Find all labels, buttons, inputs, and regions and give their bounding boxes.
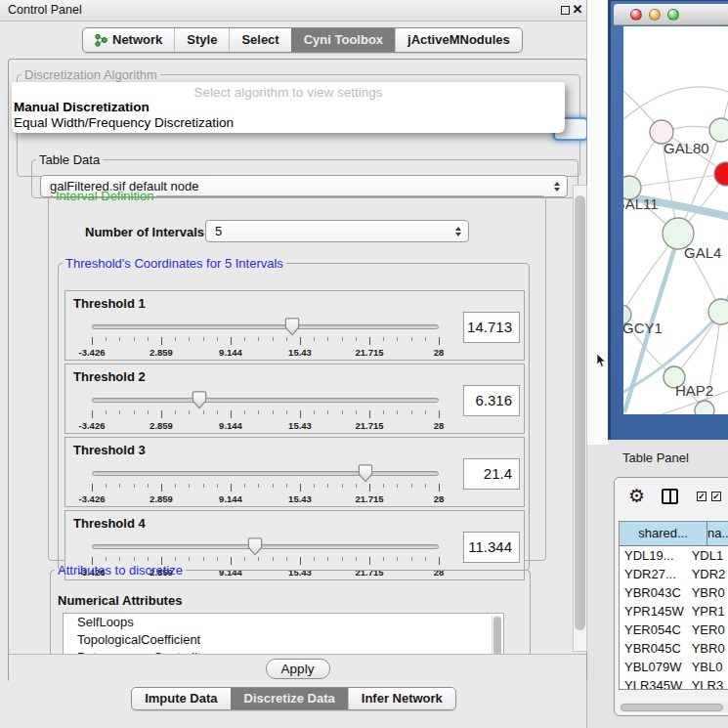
number-of-intervals-combobox[interactable]: 5 [205, 220, 469, 242]
thresholds-group-label: Threshold's Coordinates for 5 Intervals [63, 256, 286, 271]
list-scrollbar-thumb[interactable] [493, 617, 501, 654]
threshold-value-field[interactable]: 11.344 [463, 532, 520, 563]
bottom-tab[interactable]: Discretize Data [231, 688, 348, 709]
table-panel-title: Table Panel [622, 450, 689, 465]
top-tab[interactable]: Style [174, 28, 229, 52]
network-icon [95, 33, 107, 47]
close-traffic-light-icon[interactable] [630, 9, 642, 21]
tab-label: Infer Network [362, 691, 443, 706]
slider-handle-icon[interactable] [358, 464, 373, 483]
tab-label: Impute Data [145, 691, 217, 706]
table-row[interactable]: YDR27... YDR2 [620, 565, 728, 583]
table-data-group-label: Table Data [36, 152, 103, 167]
screen: Control Panel ✕ [0, 0, 728, 728]
table-row[interactable]: YPR145W YPR1 [620, 602, 728, 621]
table-header-row: shared...na... [620, 522, 728, 546]
table-row[interactable]: YBR043C YBR0 [620, 583, 728, 602]
tab-label: Network [112, 32, 162, 47]
close-icon[interactable]: ✕ [571, 2, 584, 17]
cell-shared-name[interactable]: YBR045C [620, 639, 688, 658]
cell-shared-name[interactable]: YBL079W [620, 658, 688, 676]
top-tab[interactable]: Select [229, 28, 290, 52]
bottom-tab[interactable]: Infer Network [348, 688, 455, 709]
network-node-h[interactable] [708, 299, 728, 324]
bottom-tab[interactable]: Impute Data [132, 688, 230, 709]
cell-shared-name[interactable]: YDR27... [620, 565, 688, 583]
apply-button[interactable]: Apply [266, 659, 330, 679]
cell-name[interactable]: YPR1 [688, 602, 728, 621]
attribute-list-item[interactable]: TopologicalCoefficient [64, 631, 503, 649]
interval-definition-group-label: Interval Definition [53, 189, 156, 203]
list-scrollbar[interactable] [492, 616, 501, 654]
cell-name[interactable]: YDL1 [688, 546, 728, 565]
column-header[interactable]: shared... [620, 522, 707, 546]
threshold-panel: Threshold 3 [64, 437, 525, 507]
threshold-value-field[interactable]: 6.316 [463, 385, 520, 416]
checkbox-icon[interactable]: ✓ [711, 492, 721, 501]
attribute-list-item[interactable]: SelfLoops [64, 614, 503, 631]
float-window-icon[interactable] [561, 6, 570, 15]
network-node-top-right[interactable] [709, 118, 728, 142]
cell-name[interactable]: YER0 [688, 621, 728, 639]
settings-scroll-area: Interval Definition Number of Intervals … [17, 182, 571, 654]
slider-track[interactable] [92, 398, 439, 403]
zoom-traffic-light-icon[interactable] [667, 9, 679, 21]
slider-track[interactable] [92, 471, 439, 476]
threshold-panel: Threshold 2 [64, 364, 525, 434]
network-node-red[interactable] [714, 162, 728, 186]
scrollbar-thumb[interactable] [621, 704, 723, 711]
threshold-slider[interactable]: -3.4262.8599.14415.4321.71528 [92, 467, 439, 504]
cell-shared-name[interactable]: YPR145W [620, 602, 688, 621]
cell-name[interactable]: YBR0 [688, 583, 728, 602]
tab-label: Cyni Toolbox [304, 32, 383, 47]
cell-name[interactable]: YBR0 [688, 639, 728, 658]
threshold-slider[interactable]: -3.4262.8599.14415.4321.71528 [92, 321, 439, 358]
slider-track[interactable] [92, 324, 439, 329]
algorithm-dropdown-popup: Select algorithm to view settings Manual… [12, 82, 565, 133]
settings-vertical-scrollbar[interactable] [573, 185, 587, 652]
cell-shared-name[interactable]: YER054C [620, 621, 688, 639]
table-row[interactable]: YER054C YER0 [620, 621, 728, 639]
top-tab[interactable]: Cyni Toolbox [291, 28, 395, 52]
cell-name[interactable]: YDR2 [688, 565, 728, 583]
cell-shared-name[interactable]: YDL19... [620, 546, 688, 565]
slider-ticks [92, 484, 439, 492]
network-canvas[interactable]: GAL80GCGAL11GAL4GCY1HHAP2 [623, 26, 728, 414]
top-tab[interactable]: jActiveMNodules [395, 28, 522, 52]
table-row[interactable]: YBR045C YBR0 [620, 639, 728, 658]
slider-handle-icon[interactable] [247, 537, 263, 556]
checkbox-icon[interactable]: ✓ [697, 492, 707, 501]
network-edge[interactable] [629, 174, 726, 188]
gear-icon[interactable]: ⚙ [628, 486, 645, 507]
table-row[interactable]: YDL19... YDL1 [620, 546, 728, 565]
cell-name[interactable]: YBL0 [688, 658, 728, 676]
algorithm-option[interactable]: Equal Width/Frequency Discretization [14, 115, 567, 131]
columns-icon[interactable] [662, 489, 678, 504]
network-graph[interactable]: GAL80GCGAL11GAL4GCY1HHAP2 [623, 26, 728, 414]
cell-shared-name[interactable]: YBR043C [620, 583, 688, 602]
threshold-value-field[interactable]: 21.4 [463, 458, 520, 490]
table-horizontal-scrollbar[interactable] [619, 703, 728, 712]
threshold-label: Threshold 3 [73, 443, 146, 457]
column-header[interactable]: na... [707, 522, 728, 546]
threshold-value-field[interactable]: 14.713 [463, 312, 520, 343]
threshold-label: Threshold 2 [73, 369, 146, 384]
table-row[interactable]: YLR345W YLR3 [620, 676, 728, 690]
numerical-attributes-label: Numerical Attributes [58, 593, 182, 608]
slider-handle-icon[interactable] [192, 391, 207, 409]
combo-stepper-icon [455, 227, 461, 236]
scrollbar-thumb[interactable] [575, 195, 585, 630]
algorithm-option[interactable]: Manual Discretization [14, 100, 567, 115]
slider-handle-icon[interactable] [284, 318, 300, 336]
slider-track[interactable] [92, 544, 439, 549]
bottom-tabbar-wrap: Impute Data Discretize Data Infer Networ… [0, 687, 587, 710]
minimize-traffic-light-icon[interactable] [649, 9, 661, 21]
top-tab[interactable]: Network [83, 28, 174, 52]
cell-shared-name[interactable]: YLR345W [620, 676, 688, 690]
algorithm-options: Manual DiscretizationEqual Width/Frequen… [14, 100, 567, 131]
network-node-bottom[interactable] [695, 401, 714, 414]
number-of-intervals-value: 5 [215, 224, 222, 238]
table-row[interactable]: YBL079W YBL0 [620, 658, 728, 676]
cell-name[interactable]: YLR3 [688, 676, 728, 690]
threshold-slider[interactable]: -3.4262.8599.14415.4321.71528 [92, 394, 439, 431]
